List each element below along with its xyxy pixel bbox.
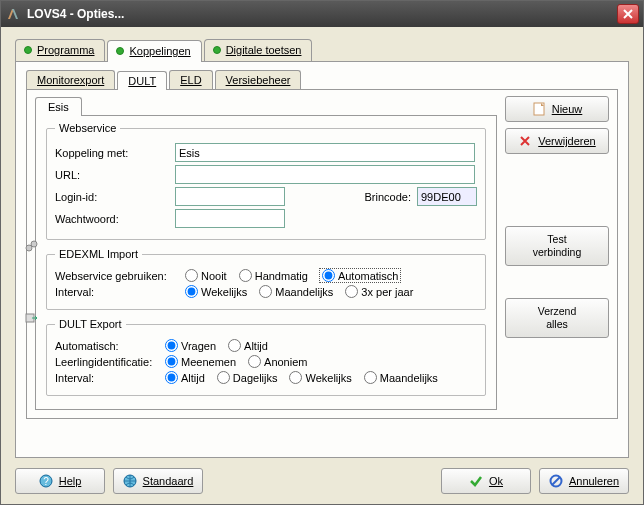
sub-tabstrip: Monitorexport DULT ELD Versiebeheer — [26, 70, 618, 89]
label-dult-interval: Interval: — [55, 372, 165, 384]
button-label-2: verbinding — [533, 247, 581, 259]
radio-vragen[interactable]: Vragen — [165, 339, 216, 352]
legend-dultexport: DULT Export — [55, 318, 126, 330]
tab-programma[interactable]: Programma — [15, 39, 105, 61]
annuleren-button[interactable]: Annuleren — [539, 468, 629, 494]
button-label: Verwijderen — [538, 135, 595, 147]
inner-panel: Webservice Koppeling met: URL: Login-id: — [35, 115, 497, 410]
label-koppeling: Koppeling met: — [55, 147, 175, 159]
svg-point-2 — [31, 241, 37, 247]
input-url[interactable] — [175, 165, 475, 184]
close-button[interactable] — [617, 4, 639, 24]
subtab-eld[interactable]: ELD — [169, 70, 212, 89]
label-login: Login-id: — [55, 191, 175, 203]
cancel-icon — [549, 474, 563, 488]
button-label: Standaard — [143, 475, 194, 487]
button-label: Help — [59, 475, 82, 487]
radio-perjaar[interactable]: 3x per jaar — [345, 285, 413, 298]
fieldset-dultexport: DULT Export Automatisch: Vragen Altijd L… — [46, 318, 486, 396]
label-url: URL: — [55, 169, 175, 181]
input-wachtwoord[interactable] — [175, 209, 285, 228]
app-icon — [5, 6, 21, 22]
radio-int-dagelijks[interactable]: Dagelijks — [217, 371, 278, 384]
help-button[interactable]: ? Help — [15, 468, 105, 494]
radio-int-maandelijks[interactable]: Maandelijks — [364, 371, 438, 384]
ok-button[interactable]: Ok — [441, 468, 531, 494]
subtab-monitorexport[interactable]: Monitorexport — [26, 70, 115, 89]
label-wachtwoord: Wachtwoord: — [55, 213, 175, 225]
radio-anoniem[interactable]: Anoniem — [248, 355, 307, 368]
window-title: LOVS4 - Opties... — [27, 7, 124, 21]
titlebar: LOVS4 - Opties... — [1, 1, 643, 27]
main-panel: Monitorexport DULT ELD Versiebeheer Esis… — [15, 61, 629, 458]
standaard-button[interactable]: Standaard — [113, 468, 203, 494]
radio-auto-altijd[interactable]: Altijd — [228, 339, 268, 352]
button-label-2: alles — [546, 319, 568, 331]
close-icon — [623, 9, 633, 19]
sub-panel: Esis Webservice Koppeling met: URL: — [26, 89, 618, 419]
radiogroup-auto: Vragen Altijd — [165, 339, 268, 352]
globe-icon — [123, 474, 137, 488]
button-label-1: Test — [547, 234, 566, 246]
check-icon — [469, 474, 483, 488]
label-leerling: Leerlingidentificatie: — [55, 356, 165, 368]
new-icon — [532, 102, 546, 116]
subtab-versiebeheer[interactable]: Versiebeheer — [215, 70, 302, 89]
label-brincode: Brincode: — [365, 191, 411, 203]
radio-nooit[interactable]: Nooit — [185, 269, 227, 282]
footer: ? Help Standaard Ok Annuleren — [15, 458, 629, 494]
radio-meenemen[interactable]: Meenemen — [165, 355, 236, 368]
button-label: Nieuw — [552, 103, 583, 115]
main-tabstrip: Programma Koppelingen Digitale toetsen — [15, 39, 629, 61]
radio-wekelijks[interactable]: Wekelijks — [185, 285, 247, 298]
button-label: Ok — [489, 475, 503, 487]
tab-koppelingen[interactable]: Koppelingen — [107, 40, 201, 62]
delete-icon — [518, 134, 532, 148]
radio-int-altijd[interactable]: Altijd — [165, 371, 205, 384]
input-brincode — [417, 187, 477, 206]
legend-edexml: EDEXML Import — [55, 248, 142, 260]
right-column: Nieuw Verwijderen Test verbinding — [505, 96, 609, 410]
dot-icon — [213, 46, 221, 54]
label-edexml-interval: Interval: — [55, 286, 185, 298]
input-koppeling[interactable] — [175, 143, 475, 162]
test-icon — [24, 239, 38, 253]
radio-maandelijks[interactable]: Maandelijks — [259, 285, 333, 298]
radio-int-wekelijks[interactable]: Wekelijks — [289, 371, 351, 384]
subtab-dult[interactable]: DULT — [117, 71, 167, 90]
radio-handmatig[interactable]: Handmatig — [239, 269, 308, 282]
verwijderen-button[interactable]: Verwijderen — [505, 128, 609, 154]
help-icon: ? — [39, 474, 53, 488]
radio-automatisch[interactable]: Automatisch — [320, 269, 401, 282]
label-automatisch: Automatisch: — [55, 340, 165, 352]
tab-label: Programma — [37, 44, 94, 56]
tab-label: Digitale toetsen — [226, 44, 302, 56]
fieldset-edexml: EDEXML Import Webservice gebruiken: Nooi… — [46, 248, 486, 310]
inner-tabstrip: Esis — [35, 96, 497, 115]
radiogroup-leerling: Meenemen Anoniem — [165, 355, 307, 368]
nieuw-button[interactable]: Nieuw — [505, 96, 609, 122]
verzend-alles-button[interactable]: Verzend alles — [505, 298, 609, 338]
radiogroup-edexml-interval: Wekelijks Maandelijks 3x per jaar — [185, 285, 413, 298]
button-label: Annuleren — [569, 475, 619, 487]
fieldset-webservice: Webservice Koppeling met: URL: Login-id: — [46, 122, 486, 240]
svg-text:?: ? — [43, 476, 49, 487]
test-verbinding-button[interactable]: Test verbinding — [505, 226, 609, 266]
dot-icon — [24, 46, 32, 54]
left-column: Esis Webservice Koppeling met: URL: — [35, 96, 497, 410]
button-label-1: Verzend — [538, 306, 577, 318]
options-window: LOVS4 - Opties... Programma Koppelingen … — [0, 0, 644, 505]
tab-digitale-toetsen[interactable]: Digitale toetsen — [204, 39, 313, 61]
radiogroup-dult-interval: Altijd Dagelijks Wekelijks Maandelijks — [165, 371, 438, 384]
legend-webservice: Webservice — [55, 122, 120, 134]
label-gebruiken: Webservice gebruiken: — [55, 270, 185, 282]
radiogroup-gebruiken: Nooit Handmatig Automatisch — [185, 269, 400, 282]
dot-icon — [116, 47, 124, 55]
innertab-esis[interactable]: Esis — [35, 97, 82, 116]
input-login[interactable] — [175, 187, 285, 206]
send-icon — [24, 311, 38, 325]
tab-label: Koppelingen — [129, 45, 190, 57]
client-area: Programma Koppelingen Digitale toetsen M… — [1, 27, 643, 504]
